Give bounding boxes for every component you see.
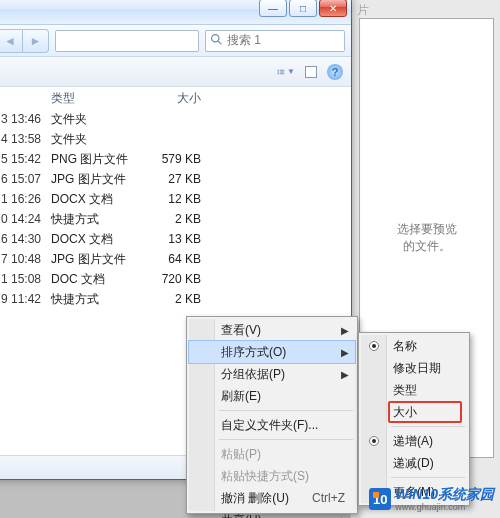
cell-date: 6 14:30 bbox=[1, 232, 51, 246]
context-menu[interactable]: 查看(V)▶ 排序方式(O)▶ 分组依据(P)▶ 刷新(E) 自定义文件夹(F)… bbox=[186, 316, 358, 514]
table-row[interactable]: 0 14:24快捷方式2 KB bbox=[0, 209, 351, 229]
cell-type: 文件夹 bbox=[51, 111, 147, 128]
cell-date: 4 13:58 bbox=[1, 132, 51, 146]
cell-date: 9 11:42 bbox=[1, 292, 51, 306]
cell-type: JPG 图片文件 bbox=[51, 251, 147, 268]
svg-rect-5 bbox=[280, 69, 284, 70]
navbar: ◄ ► 搜索 1 bbox=[0, 25, 351, 57]
svg-rect-7 bbox=[280, 73, 284, 74]
watermark-badge: 10 bbox=[369, 488, 391, 510]
watermark-url: www.ghuajin.com bbox=[395, 502, 494, 512]
close-button[interactable]: ✕ bbox=[319, 0, 347, 17]
cell-date: 7 10:48 bbox=[1, 252, 51, 266]
cell-type: JPG 图片文件 bbox=[51, 171, 147, 188]
chevron-right-icon: ▶ bbox=[341, 369, 349, 380]
radio-icon bbox=[369, 341, 379, 351]
cell-date: 6 15:07 bbox=[1, 172, 51, 186]
cell-type: PNG 图片文件 bbox=[51, 151, 147, 168]
menu-undo[interactable]: 撤消 删除(U)Ctrl+Z bbox=[189, 487, 355, 509]
sort-ascending[interactable]: 递增(A) bbox=[361, 430, 467, 452]
toolbar: ▼ ? bbox=[0, 57, 351, 87]
search-icon bbox=[210, 33, 223, 49]
cell-date: 3 13:46 bbox=[1, 112, 51, 126]
view-options-button[interactable]: ▼ bbox=[277, 64, 295, 80]
column-headers[interactable]: 类型 大小 bbox=[0, 87, 351, 109]
preview-toggle[interactable] bbox=[305, 66, 317, 78]
table-row[interactable]: 7 10:48JPG 图片文件64 KB bbox=[0, 249, 351, 269]
cell-date: 1 15:08 bbox=[1, 272, 51, 286]
watermark: 10 WIN10系统家园 www.ghuajin.com bbox=[369, 486, 494, 512]
nav-back-button[interactable]: ◄ bbox=[0, 29, 23, 53]
minimize-button[interactable]: — bbox=[259, 0, 287, 17]
sort-descending[interactable]: 递减(D) bbox=[361, 452, 467, 474]
cell-date: 0 14:24 bbox=[1, 212, 51, 226]
help-button[interactable]: ? bbox=[327, 64, 343, 80]
menu-customize-folder[interactable]: 自定义文件夹(F)... bbox=[189, 414, 355, 436]
cell-size: 64 KB bbox=[147, 252, 227, 266]
chevron-right-icon: ▶ bbox=[341, 347, 349, 358]
svg-line-1 bbox=[218, 41, 221, 44]
svg-rect-6 bbox=[280, 71, 284, 72]
cell-size: 12 KB bbox=[147, 192, 227, 206]
cell-type: 快捷方式 bbox=[51, 291, 147, 308]
cell-date: 1 16:26 bbox=[1, 192, 51, 206]
titlebar[interactable]: — □ ✕ bbox=[0, 0, 351, 25]
table-row[interactable]: 4 13:58文件夹 bbox=[0, 129, 351, 149]
maximize-button[interactable]: □ bbox=[289, 0, 317, 17]
cell-date: 5 15:42 bbox=[1, 152, 51, 166]
menu-share[interactable]: 共享(H)▶ bbox=[189, 509, 355, 518]
sort-by-date[interactable]: 修改日期 bbox=[361, 357, 467, 379]
cell-type: 文件夹 bbox=[51, 131, 147, 148]
sort-by-name[interactable]: 名称 bbox=[361, 335, 467, 357]
table-row[interactable]: 9 11:42快捷方式2 KB bbox=[0, 289, 351, 309]
radio-icon bbox=[369, 436, 379, 446]
menu-paste: 粘贴(P) bbox=[189, 443, 355, 465]
svg-rect-3 bbox=[277, 71, 279, 72]
table-row[interactable]: 6 15:07JPG 图片文件27 KB bbox=[0, 169, 351, 189]
nav-forward-button[interactable]: ► bbox=[23, 29, 49, 53]
address-bar[interactable] bbox=[55, 30, 199, 52]
table-row[interactable]: 5 15:42PNG 图片文件579 KB bbox=[0, 149, 351, 169]
chevron-right-icon: ▶ bbox=[341, 325, 349, 336]
table-row[interactable]: 3 13:46文件夹 bbox=[0, 109, 351, 129]
menu-sort[interactable]: 排序方式(O)▶ bbox=[189, 341, 355, 363]
sort-by-size[interactable]: 大小 bbox=[361, 401, 467, 423]
cell-type: DOC 文档 bbox=[51, 271, 147, 288]
table-row[interactable]: 1 16:26DOCX 文档12 KB bbox=[0, 189, 351, 209]
sort-by-type[interactable]: 类型 bbox=[361, 379, 467, 401]
svg-point-0 bbox=[212, 34, 219, 41]
sort-submenu[interactable]: 名称 修改日期 类型 大小 递增(A) 递减(D) 更多(M)... bbox=[358, 332, 470, 506]
column-type[interactable]: 类型 bbox=[51, 90, 147, 107]
menu-group[interactable]: 分组依据(P)▶ bbox=[189, 363, 355, 385]
cell-size: 27 KB bbox=[147, 172, 227, 186]
cell-size: 2 KB bbox=[147, 292, 227, 306]
svg-rect-2 bbox=[277, 69, 279, 70]
column-size[interactable]: 大小 bbox=[147, 90, 227, 107]
bg-tab-hint: 片 bbox=[357, 2, 369, 19]
cell-size: 720 KB bbox=[147, 272, 227, 286]
chevron-right-icon: ▶ bbox=[341, 515, 349, 519]
search-placeholder: 搜索 1 bbox=[227, 32, 261, 49]
table-row[interactable]: 6 14:30DOCX 文档13 KB bbox=[0, 229, 351, 249]
watermark-title: WIN10系统家园 bbox=[395, 486, 494, 502]
menu-view[interactable]: 查看(V)▶ bbox=[189, 319, 355, 341]
cell-type: 快捷方式 bbox=[51, 211, 147, 228]
menu-paste-shortcut: 粘贴快捷方式(S) bbox=[189, 465, 355, 487]
file-list[interactable]: 3 13:46文件夹4 13:58文件夹5 15:42PNG 图片文件579 K… bbox=[0, 109, 351, 309]
cell-size: 2 KB bbox=[147, 212, 227, 226]
menu-refresh[interactable]: 刷新(E) bbox=[189, 385, 355, 407]
svg-rect-4 bbox=[277, 73, 279, 74]
cell-type: DOCX 文档 bbox=[51, 191, 147, 208]
cell-type: DOCX 文档 bbox=[51, 231, 147, 248]
cell-size: 13 KB bbox=[147, 232, 227, 246]
table-row[interactable]: 1 15:08DOC 文档720 KB bbox=[0, 269, 351, 289]
search-input[interactable]: 搜索 1 bbox=[205, 30, 345, 52]
cell-size: 579 KB bbox=[147, 152, 227, 166]
